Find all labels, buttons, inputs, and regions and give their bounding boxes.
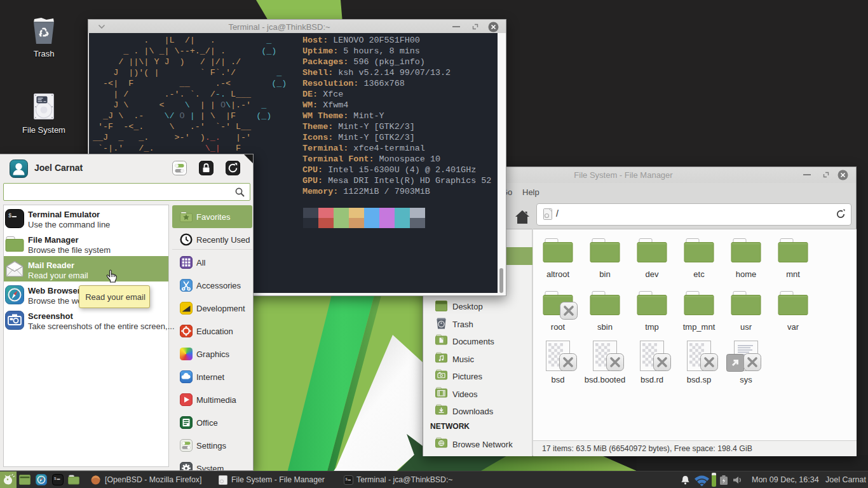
svg-text:$: $ (8, 213, 12, 219)
svg-text:$: $ (54, 477, 57, 481)
